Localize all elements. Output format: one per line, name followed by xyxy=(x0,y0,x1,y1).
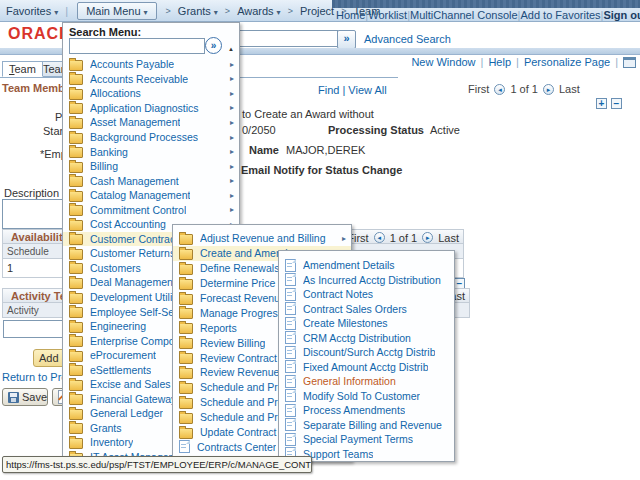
page-links: New WindowHelpPersonalize Page xyxy=(411,56,636,68)
folder-icon xyxy=(69,263,83,274)
header-link-add-to-favorites[interactable]: Add to Favorites xyxy=(520,9,600,21)
menu-item-label: Asset Management xyxy=(90,116,180,128)
menu-item-process-amendments[interactable]: Process Amendments xyxy=(279,403,454,418)
nav-prev-button[interactable] xyxy=(374,232,385,243)
menu-item-label: Engineering xyxy=(90,320,146,332)
nav-last-label[interactable]: Last xyxy=(559,83,580,95)
menu-item-banking[interactable]: Banking xyxy=(63,144,239,159)
main-menu-button[interactable]: Main Menu xyxy=(77,2,156,20)
menu-item-label: Banking xyxy=(90,146,128,158)
folder-icon xyxy=(69,176,83,187)
menu-item-label: Cost Accounting xyxy=(90,218,166,230)
header-link-home[interactable]: Home xyxy=(336,9,365,21)
menu-item-separate-billing-and-revenue[interactable]: Separate Billing and Revenue xyxy=(279,418,454,433)
menu-item-asset-management[interactable]: Asset Management xyxy=(63,115,239,130)
menu-item-label: Special Payment Terms xyxy=(303,433,413,445)
menu-item-special-payment-terms[interactable]: Special Payment Terms xyxy=(279,432,454,447)
menu-item-label: Background Processes xyxy=(90,131,198,143)
breadcrumb-item-project[interactable]: Project xyxy=(300,5,334,17)
page-icon xyxy=(285,375,296,388)
menu-item-catalog-management[interactable]: Catalog Management xyxy=(63,188,239,203)
menu-item-contract-notes[interactable]: Contract Notes xyxy=(279,287,454,302)
folder-icon xyxy=(179,368,193,379)
menu-item-label: Contract Notes xyxy=(303,288,373,300)
nav-first-label[interactable]: First xyxy=(468,83,489,95)
tab-team[interactable]: Team xyxy=(2,61,43,77)
menu-item-create-milestones[interactable]: Create Milestones xyxy=(279,316,454,331)
menu-item-amendment-details[interactable]: Amendment Details xyxy=(279,258,454,273)
menu-item-accounts-payable[interactable]: Accounts Payable xyxy=(63,57,239,72)
create-and-amend-submenu: Amendment DetailsAs Incurred Acctg Distr… xyxy=(278,250,455,462)
page-icon xyxy=(285,317,296,330)
header-link-multichannel-console[interactable]: MultiChannel Console xyxy=(410,9,518,21)
folder-icon xyxy=(179,264,193,275)
menu-item-modify-sold-to-customer[interactable]: Modify Sold To Customer xyxy=(279,389,454,404)
menu-item-adjust-revenue-and-billing[interactable]: Adjust Revenue and Billing xyxy=(173,231,351,246)
submenu-arrow-icon xyxy=(230,89,234,98)
nav-prev-button[interactable] xyxy=(494,84,505,95)
submenu-arrow-icon xyxy=(230,133,234,142)
nav-next-button[interactable] xyxy=(422,232,433,243)
sign-out-link[interactable]: Sign out xyxy=(603,9,640,21)
menu-item-commitment-control[interactable]: Commitment Control xyxy=(63,202,239,217)
nav-next-button[interactable] xyxy=(543,84,554,95)
nav-last-label[interactable]: Last xyxy=(438,232,459,244)
delete-row-button[interactable] xyxy=(611,98,622,109)
menu-item-fixed-amount-acctg-distrib[interactable]: Fixed Amount Acctg Distrib xyxy=(279,360,454,375)
folder-icon xyxy=(179,323,193,334)
menu-item-as-incurred-acctg-distribution[interactable]: As Incurred Acctg Distribution xyxy=(279,273,454,288)
menu-item-label: eProcurement xyxy=(90,349,156,361)
breadcrumb-separator xyxy=(225,6,230,16)
menu-item-contract-sales-orders[interactable]: Contract Sales Orders xyxy=(279,302,454,317)
advanced-search-link[interactable]: Advanced Search xyxy=(364,33,451,45)
main-menu-label: Main Menu xyxy=(86,5,140,17)
menu-item-accounts-receivable[interactable]: Accounts Receivable xyxy=(63,72,239,87)
name-label: Name xyxy=(249,144,279,156)
page-icon xyxy=(285,389,296,402)
menu-item-label: Reports xyxy=(200,322,237,334)
availability-title: Availability xyxy=(3,231,69,243)
schedule-value: 1 xyxy=(7,262,13,274)
page-icon xyxy=(285,331,296,344)
chevron-down-icon xyxy=(141,5,148,17)
menu-item-allocations[interactable]: Allocations xyxy=(63,86,239,101)
menu-item-billing[interactable]: Billing xyxy=(63,159,239,174)
find-view-all-link[interactable]: Find | View All xyxy=(318,84,387,96)
folder-icon xyxy=(69,147,83,158)
save-button[interactable]: Save xyxy=(2,388,48,406)
menu-search-input[interactable] xyxy=(69,38,205,54)
menu-search-go-button[interactable] xyxy=(205,37,222,54)
folder-icon xyxy=(69,103,83,114)
page-link-new-window[interactable]: New Window xyxy=(411,56,475,68)
folder-icon xyxy=(179,353,193,364)
menu-item-application-diagnostics[interactable]: Application Diagnostics xyxy=(63,101,239,116)
name-value: MAJOR,DEREK xyxy=(286,144,365,156)
menu-item-discount-surch-acctg-distrib[interactable]: Discount/Surch Acctg Distrib xyxy=(279,345,454,360)
menu-item-label: Customer Returns xyxy=(90,247,175,259)
date-value-fragment: 0/2050 xyxy=(242,124,276,136)
breadcrumb-item-awards[interactable]: Awards xyxy=(237,5,281,17)
new-window-icon[interactable] xyxy=(623,57,636,68)
chevron-down-icon xyxy=(51,5,58,17)
menu-item-cash-management[interactable]: Cash Management xyxy=(63,173,239,188)
peoplesoft-application-window: Favorites Main Menu GrantsAwardsProjectT… xyxy=(0,0,640,480)
folder-icon xyxy=(69,220,83,231)
breadcrumb-item-grants[interactable]: Grants xyxy=(178,5,218,17)
folder-icon xyxy=(179,249,193,260)
folder-icon xyxy=(69,336,83,347)
search-go-button[interactable] xyxy=(337,30,356,49)
page-link-personalize-page[interactable]: Personalize Page xyxy=(524,56,610,68)
menu-item-label: Grants xyxy=(90,422,122,434)
search-menu-label: Search Menu: xyxy=(69,26,141,38)
menu-item-label: Modify Sold To Customer xyxy=(303,390,420,402)
menu-item-general-information[interactable]: General Information xyxy=(279,374,454,389)
scroll-up-icon[interactable] xyxy=(228,46,234,52)
page-icon xyxy=(285,404,296,417)
add-row-button[interactable] xyxy=(596,98,607,109)
menu-item-background-processes[interactable]: Background Processes xyxy=(63,130,239,145)
menu-item-crm-acctg-distribution[interactable]: CRM Acctg Distribution xyxy=(279,331,454,346)
menu-item-label: Adjust Revenue and Billing xyxy=(200,232,326,244)
page-link-help[interactable]: Help xyxy=(488,56,511,68)
favorites-menu[interactable]: Favorites xyxy=(6,5,58,17)
header-link-worklist[interactable]: Worklist xyxy=(368,9,407,21)
